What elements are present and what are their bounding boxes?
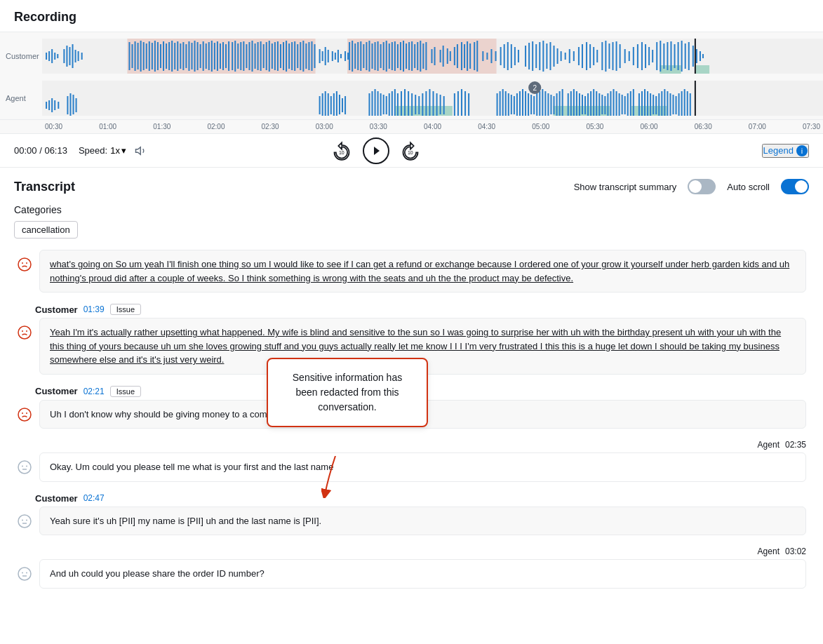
svg-rect-264 <box>550 95 551 114</box>
svg-rect-79 <box>305 43 307 69</box>
svg-rect-24 <box>149 41 150 71</box>
svg-rect-262 <box>544 91 546 116</box>
svg-rect-152 <box>549 42 551 70</box>
svg-rect-191 <box>700 51 701 61</box>
agent-waveform[interactable]: 2 <box>42 81 823 116</box>
svg-rect-31 <box>168 42 170 70</box>
svg-rect-172 <box>629 51 630 61</box>
svg-rect-44 <box>206 43 207 69</box>
sentiment-negative-icon-1 <box>17 257 32 272</box>
svg-rect-143 <box>514 47 516 65</box>
timeline-label-6: 03:00 <box>316 123 333 130</box>
svg-rect-128 <box>457 44 458 68</box>
svg-rect-46 <box>211 41 213 72</box>
svg-rect-69 <box>277 41 279 71</box>
svg-rect-275 <box>584 96 586 114</box>
svg-point-319 <box>18 258 31 271</box>
message-block-3: Customer 02:21 Issue Uh I don't know why… <box>14 379 809 429</box>
transcript-header: Transcript Show transcript summary Auto … <box>14 179 809 194</box>
play-button[interactable] <box>363 137 389 164</box>
svg-rect-147 <box>532 41 533 71</box>
svg-rect-98 <box>363 44 364 68</box>
playback-bar: 00:00 / 06:13 Speed: 1x ▾ 10 <box>0 134 823 168</box>
svg-rect-134 <box>476 41 478 72</box>
svg-rect-55 <box>237 43 239 69</box>
agent-message-6: Agent 03:02 <box>14 546 809 559</box>
svg-point-334 <box>26 519 27 521</box>
svg-rect-102 <box>375 42 376 70</box>
auto-scroll-toggle[interactable] <box>781 179 809 194</box>
message-meta-5: Customer 02:47 <box>14 493 809 504</box>
legend-button[interactable]: Legend i <box>762 144 809 158</box>
svg-rect-239 <box>443 96 445 114</box>
svg-rect-14 <box>75 50 76 62</box>
message-block-5: Customer 02:47 Yeah sure it's uh [PII] m… <box>14 486 809 536</box>
message-text-6: And uh could you please share the order … <box>50 568 265 579</box>
message-bubble-5: Yeah sure it's uh [PII] my name is [PII]… <box>39 507 806 536</box>
svg-rect-35 <box>180 43 181 69</box>
svg-rect-149 <box>539 42 540 70</box>
volume-button[interactable] <box>135 145 147 157</box>
svg-rect-50 <box>222 42 224 70</box>
customer-waveform[interactable] <box>42 39 823 74</box>
svg-text:10: 10 <box>408 149 413 154</box>
show-summary-label: Show transcript summary <box>574 182 677 192</box>
svg-rect-246 <box>500 91 501 116</box>
svg-rect-276 <box>587 93 589 116</box>
svg-rect-97 <box>360 41 361 71</box>
svg-rect-282 <box>604 96 605 114</box>
svg-text:2: 2 <box>533 84 537 92</box>
svg-rect-132 <box>469 43 471 69</box>
svg-rect-120 <box>425 42 427 70</box>
svg-rect-269 <box>568 93 569 116</box>
svg-rect-32 <box>171 41 173 72</box>
forward-10-button[interactable]: 10 <box>401 141 420 161</box>
svg-rect-236 <box>433 91 434 116</box>
svg-rect-298 <box>653 95 654 114</box>
svg-rect-231 <box>415 95 416 114</box>
svg-rect-204 <box>73 95 74 114</box>
svg-rect-61 <box>255 43 256 69</box>
svg-point-323 <box>22 330 23 332</box>
timeline-label-11: 05:30 <box>586 123 603 130</box>
speed-select[interactable]: 1x ▾ <box>110 145 126 156</box>
svg-rect-108 <box>392 42 393 70</box>
svg-rect-12 <box>69 47 70 65</box>
svg-rect-309 <box>684 89 685 116</box>
svg-rect-283 <box>607 93 608 116</box>
show-summary-toggle[interactable] <box>688 179 716 194</box>
svg-rect-177 <box>648 47 650 65</box>
svg-rect-45 <box>208 42 210 70</box>
svg-rect-211 <box>333 93 335 116</box>
agent-meta-6: Agent 03:02 <box>758 546 806 556</box>
category-badge[interactable]: cancellation <box>14 221 78 239</box>
svg-rect-22 <box>143 42 145 70</box>
svg-rect-182 <box>667 42 668 70</box>
svg-rect-200 <box>54 100 55 110</box>
message-row-4: Okay. Um could you please tell me what i… <box>14 452 809 482</box>
svg-rect-176 <box>645 44 646 68</box>
svg-point-332 <box>18 515 31 528</box>
rewind-10-button[interactable]: 10 <box>332 141 352 161</box>
svg-rect-302 <box>664 89 665 116</box>
svg-rect-114 <box>408 42 410 70</box>
timeline-label-10: 05:00 <box>532 123 549 130</box>
svg-rect-289 <box>624 96 626 114</box>
speed-label: Speed: <box>79 145 107 156</box>
timeline-label-12: 06:00 <box>641 123 658 130</box>
svg-rect-19 <box>135 41 136 71</box>
svg-rect-148 <box>535 44 537 68</box>
svg-rect-127 <box>454 47 455 65</box>
svg-rect-226 <box>397 93 399 116</box>
svg-rect-74 <box>291 42 293 70</box>
svg-rect-185 <box>678 42 679 70</box>
svg-rect-216 <box>368 93 370 116</box>
message-block-6: Agent 03:02 And uh could you please shar… <box>14 539 809 589</box>
svg-rect-77 <box>300 42 301 70</box>
svg-point-333 <box>22 519 23 521</box>
svg-rect-39 <box>191 43 192 69</box>
svg-rect-117 <box>417 42 418 70</box>
categories-title: Categories <box>14 204 809 215</box>
svg-rect-306 <box>676 96 677 114</box>
message-text-1: what's going on So um yeah I'll finish o… <box>50 259 789 283</box>
